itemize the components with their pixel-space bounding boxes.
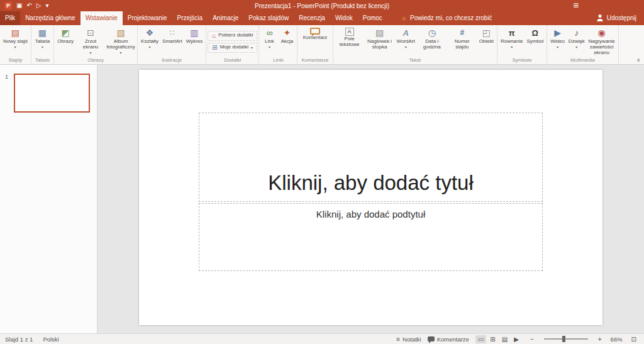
normal-view-button[interactable]: ▭ — [475, 335, 486, 343]
comments-toggle[interactable]: Komentarze — [428, 336, 469, 343]
button-pobierz-dodatki[interactable]: ⌂Pobierz dodatki — [208, 31, 257, 41]
menu-tabs: PlikNarzędzia główneWstawianieProjektowa… — [0, 11, 387, 25]
tab-narzedzia-g-owne[interactable]: Narzędzia główne — [20, 11, 80, 25]
button-data-i-godzina[interactable]: ◷Data i godzina — [417, 26, 447, 57]
reading-view-button[interactable]: ▤ — [499, 335, 510, 343]
comment-icon — [310, 28, 320, 35]
subtitle-placeholder[interactable]: Kliknij, aby dodać podtytuł — [199, 203, 543, 271]
save-icon[interactable]: ▣ — [16, 2, 22, 9]
button-label: WordArt — [397, 39, 415, 45]
button-moje-dodatki[interactable]: ⊞Moje dodatki▾ — [208, 43, 257, 53]
tab-pomoc[interactable]: Pomoc — [358, 11, 387, 25]
zoom-slider[interactable] — [544, 338, 588, 340]
group-label: Dodatki — [208, 57, 257, 64]
button-symbol[interactable]: ΩSymbol — [525, 26, 545, 57]
text-box-icon: A — [345, 28, 354, 36]
title-placeholder-text: Kliknij, aby dodać tytuł — [268, 171, 474, 201]
zoom-slider-thumb[interactable] — [562, 336, 565, 342]
link-icon: ∞ — [266, 28, 272, 38]
tab-pokaz-slajdow[interactable]: Pokaz slajdów — [243, 11, 294, 25]
button-numer-slajdu[interactable]: #Numer slajdu — [447, 26, 477, 57]
group-label: Tabele — [33, 57, 53, 64]
start-slideshow-icon[interactable]: ▷ — [36, 2, 42, 9]
button-label: Obiekt — [479, 39, 494, 45]
undo-icon[interactable]: ↶ — [26, 2, 31, 9]
symbol-icon: Ω — [532, 28, 538, 38]
notes-toggle[interactable]: ≡ Notatki — [396, 336, 421, 343]
slide-number-icon: # — [460, 28, 464, 38]
ribbon-group-linki: ∞Link▾✦AkcjaLinki — [259, 25, 297, 64]
powerpoint-app-icon: P — [4, 2, 12, 9]
slide-thumbnail[interactable] — [14, 74, 90, 113]
tell-me-icon: ☼ — [401, 14, 407, 21]
slide-thumbnails-panel: 1 — [0, 65, 97, 333]
dropdown-arrow-icon: ▾ — [251, 46, 253, 50]
button-kszta-ty[interactable]: ❖Kształty▾ — [139, 26, 160, 57]
button-label: Pobierz dodatki — [218, 33, 253, 38]
ribbon-display-options-icon[interactable]: ⊞ — [574, 2, 579, 9]
pictures-icon: ◩ — [62, 28, 70, 38]
zoom-out-button[interactable]: − — [528, 335, 536, 343]
statusbar-right: ≡ Notatki Komentarze ▭ ⊞ ▤ ▶ − + 66% ⊡ — [396, 335, 639, 343]
ribbon-group-slajdy: ▤Nowy slajd▾Slajdy — [0, 25, 31, 64]
button-wordart[interactable]: AWordArt▾ — [395, 26, 417, 57]
tab-recenzja[interactable]: Recenzja — [294, 11, 330, 25]
button-album-fotograficzny[interactable]: ▧Album fotograficzny▾ — [106, 26, 136, 57]
new-slide-icon: ▤ — [11, 28, 19, 38]
slide-thumbnail-number: 1 — [5, 74, 8, 80]
ribbon-group-dodatki: ⌂Pobierz dodatki⊞Moje dodatki▾Dodatki — [206, 25, 259, 64]
tab-wstawianie[interactable]: Wstawianie — [80, 11, 123, 25]
ribbon-group-komentarze: KomentarzKomentarze — [297, 25, 333, 64]
status-bar: Slajd 1 z 1 Polski ≡ Notatki Komentarze … — [0, 333, 644, 344]
tab-plik[interactable]: Plik — [0, 11, 20, 25]
collapse-ribbon-icon[interactable]: ∧ — [636, 57, 640, 63]
title-placeholder[interactable]: Kliknij, aby dodać tytuł — [199, 113, 543, 202]
button-tabela[interactable]: ▦Tabela▾ — [33, 26, 52, 57]
fit-slide-to-window-icon[interactable]: ⊡ — [629, 335, 639, 343]
slide-sorter-view-button[interactable]: ⊞ — [487, 335, 497, 343]
tab-przejscia[interactable]: Przejścia — [172, 11, 208, 25]
photo-album-icon: ▧ — [116, 28, 125, 38]
slideshow-view-button[interactable]: ▶ — [511, 335, 521, 343]
slide-indicator[interactable]: Slajd 1 z 1 — [5, 336, 33, 343]
button-nowy-slajd[interactable]: ▤Nowy slajd▾ — [1, 26, 30, 57]
button-link[interactable]: ∞Link▾ — [260, 26, 278, 57]
button-komentarz[interactable]: Komentarz — [301, 26, 330, 57]
button-obrazy[interactable]: ◩Obrazy — [55, 26, 75, 57]
shapes-icon: ❖ — [146, 28, 154, 38]
ribbon-groups: ▤Nowy slajd▾Slajdy▦Tabela▾Tabele◩Obrazy⊡… — [0, 25, 619, 64]
tab-projektowanie[interactable]: Projektowanie — [123, 11, 172, 25]
button-wideo[interactable]: ▶Wideo▾ — [548, 26, 567, 57]
button-wykres[interactable]: ▥Wykres — [184, 26, 205, 57]
language-indicator[interactable]: Polski — [43, 336, 58, 343]
tab-animacje[interactable]: Animacje — [208, 11, 243, 25]
button-label: Akcja — [281, 39, 294, 45]
group-label: Symbole — [499, 57, 545, 64]
button-akcja[interactable]: ✦Akcja — [278, 26, 296, 57]
zoom-level[interactable]: 66% — [611, 336, 623, 343]
dropdown-arrow-icon: ▾ — [557, 45, 558, 49]
button-label: Album fotograficzny — [106, 39, 135, 50]
button-label: Zrzut ekranu — [77, 39, 104, 50]
dropdown-arrow-icon: ▾ — [90, 51, 92, 55]
ribbon-group-tekst: APole tekstowe▤Nagłówek i stopkaAWordArt… — [333, 25, 497, 64]
view-switcher: ▭ ⊞ ▤ ▶ — [475, 335, 521, 343]
window-title: Prezentacja1 - PowerPoint (Produkt bez l… — [255, 3, 389, 9]
button-obiekt[interactable]: ◰Obiekt — [477, 26, 496, 57]
customize-quick-access-icon[interactable]: ▾ — [46, 2, 49, 9]
slide-canvas: Kliknij, aby dodać tytuł Kliknij, aby do… — [97, 65, 644, 333]
button-rownanie[interactable]: πRównanie▾ — [499, 26, 525, 57]
button-zrzut-ekranu[interactable]: ⊡Zrzut ekranu▾ — [75, 26, 106, 57]
zoom-in-button[interactable]: + — [596, 335, 604, 343]
button-nagrywanie-zawartosci-ekranu[interactable]: ◉Nagrywanie zawartości ekranu — [587, 26, 617, 57]
button-label: Symbol — [526, 39, 543, 45]
tab-widok[interactable]: Widok — [330, 11, 358, 25]
button-smartart[interactable]: ∷SmartArt — [160, 26, 184, 57]
tell-me-box[interactable]: ☼ Powiedz mi, co chcesz zrobić — [395, 11, 499, 25]
button-nag-owek-i-stopka[interactable]: ▤Nagłówek i stopka — [365, 26, 395, 57]
slide-editing-area[interactable]: Kliknij, aby dodać tytuł Kliknij, aby do… — [139, 70, 602, 325]
button-dzwiek[interactable]: ♪Dźwięk▾ — [567, 26, 587, 57]
share-button[interactable]: Udostępnij — [589, 11, 644, 25]
button-pole-tekstowe[interactable]: APole tekstowe — [335, 26, 365, 57]
button-label: Numer slajdu — [449, 39, 475, 50]
